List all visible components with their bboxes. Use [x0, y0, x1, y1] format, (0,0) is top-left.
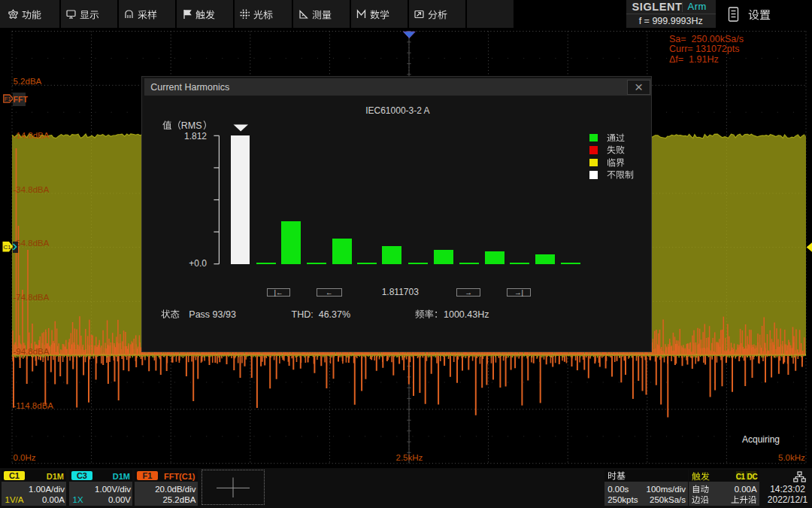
svg-text:C1: C1 [4, 244, 12, 251]
svg-text:F1: F1 [4, 96, 11, 102]
